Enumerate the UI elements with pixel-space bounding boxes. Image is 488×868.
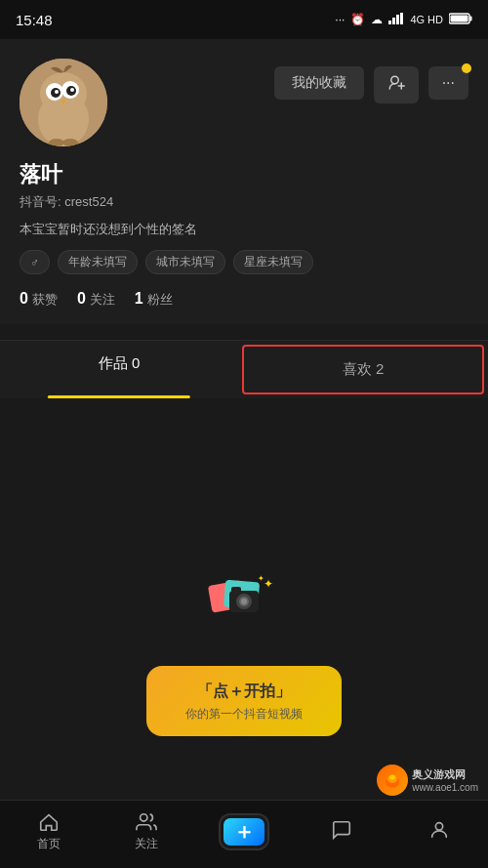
status-icons: ··· ⏰ ☁ 4G HD	[335, 13, 472, 27]
nav-home[interactable]: 首页	[0, 811, 98, 852]
stats-row: 0 获赞 0 关注 1 粉丝	[20, 290, 468, 309]
followers-label: 粉丝	[147, 291, 173, 309]
battery-icon	[449, 13, 472, 27]
ellipsis-icon: ···	[335, 13, 345, 26]
svg-point-15	[70, 88, 74, 92]
nav-follow-label: 关注	[135, 836, 158, 852]
tabs-row: 作品 0 喜欢 2	[0, 340, 488, 398]
followers-count: 1	[135, 290, 143, 308]
stat-followers[interactable]: 1 粉丝	[135, 290, 173, 309]
more-icon: ···	[442, 74, 455, 91]
add-video-button[interactable]: ＋	[221, 815, 267, 848]
likes-label: 获赞	[32, 291, 58, 309]
svg-point-14	[55, 90, 59, 94]
status-bar: 15:48 ··· ⏰ ☁ 4G HD	[0, 0, 488, 39]
svg-point-18	[62, 139, 78, 146]
favorites-button[interactable]: 我的收藏	[274, 66, 364, 100]
svg-rect-3	[400, 13, 403, 24]
profile-header: 我的收藏 ··· 落叶 抖音号: crest524 本宝宝暂时还没想到个性的签名…	[0, 39, 488, 324]
svg-rect-28	[231, 587, 241, 593]
svg-text:✦: ✦	[258, 574, 264, 583]
profile-actions: 我的收藏 ···	[274, 66, 468, 103]
svg-point-35	[435, 823, 442, 830]
notification-dot	[462, 63, 471, 73]
svg-point-33	[389, 775, 395, 780]
promo-title: 「点＋开拍」	[166, 682, 322, 702]
promo-subtitle: 你的第一个抖音短视频	[166, 706, 322, 723]
promo-icon-area: ✦ ✦	[205, 573, 283, 636]
tab-likes[interactable]: 喜欢 2	[242, 345, 484, 394]
nav-inbox[interactable]	[293, 819, 390, 844]
plus-icon: ＋	[233, 817, 255, 847]
zodiac-tag: 星座未填写	[233, 250, 313, 274]
alarm-icon: ⏰	[350, 13, 365, 26]
add-friend-button[interactable]	[374, 66, 419, 103]
more-button[interactable]: ···	[428, 66, 468, 100]
nav-profile[interactable]	[390, 819, 488, 844]
cloud-icon: ☁	[371, 13, 383, 26]
user-id-label: 抖音号:	[20, 194, 61, 209]
promo-wrapper: ✦ ✦ 「点＋开拍」 你的第一个抖音短视频	[146, 627, 342, 736]
network-label: 4G HD	[410, 14, 443, 25]
svg-rect-6	[451, 15, 468, 21]
watermark-text: 奥义游戏网 www.aoe1.com	[412, 767, 478, 793]
svg-rect-5	[470, 16, 472, 21]
following-label: 关注	[90, 291, 115, 309]
gender-icon: ♂	[30, 256, 39, 269]
stat-following[interactable]: 0 关注	[77, 290, 115, 309]
svg-rect-2	[396, 15, 399, 24]
watermark-logo	[377, 765, 408, 796]
city-tag: 城市未填写	[145, 250, 225, 274]
age-tag: 年龄未填写	[58, 250, 138, 274]
user-id: 抖音号: crest524	[20, 193, 468, 211]
user-tags: ♂ 年龄未填写 城市未填写 星座未填写	[20, 250, 468, 274]
profile-top-row: 我的收藏 ···	[20, 59, 468, 146]
user-bio: 本宝宝暂时还没想到个性的签名	[20, 221, 468, 238]
svg-rect-1	[392, 18, 395, 24]
status-time: 15:48	[16, 12, 53, 28]
tab-works[interactable]: 作品 0	[0, 341, 238, 398]
avatar	[20, 59, 107, 146]
following-count: 0	[77, 290, 86, 308]
content-area: ✦ ✦ 「点＋开拍」 你的第一个抖音短视频	[0, 398, 488, 868]
nav-follow[interactable]: 关注	[98, 811, 195, 852]
likes-count: 0	[20, 290, 28, 308]
bottom-nav: 首页 关注 ＋	[0, 800, 488, 868]
svg-rect-0	[388, 21, 391, 24]
watermark: 奥义游戏网 www.aoe1.com	[377, 765, 478, 796]
signal-icon	[388, 13, 404, 27]
svg-point-34	[141, 813, 147, 820]
promo-card[interactable]: 「点＋开拍」 你的第一个抖音短视频	[146, 666, 342, 736]
stat-likes[interactable]: 0 获赞	[20, 290, 58, 309]
svg-text:✦: ✦	[264, 577, 273, 591]
gender-tag: ♂	[20, 250, 50, 274]
nav-center: ＋	[195, 815, 293, 848]
svg-point-27	[241, 599, 247, 604]
user-id-value: crest524	[64, 194, 113, 209]
svg-point-17	[49, 139, 64, 146]
user-name: 落叶	[20, 160, 468, 189]
nav-home-label: 首页	[37, 836, 61, 852]
svg-point-19	[390, 76, 398, 84]
